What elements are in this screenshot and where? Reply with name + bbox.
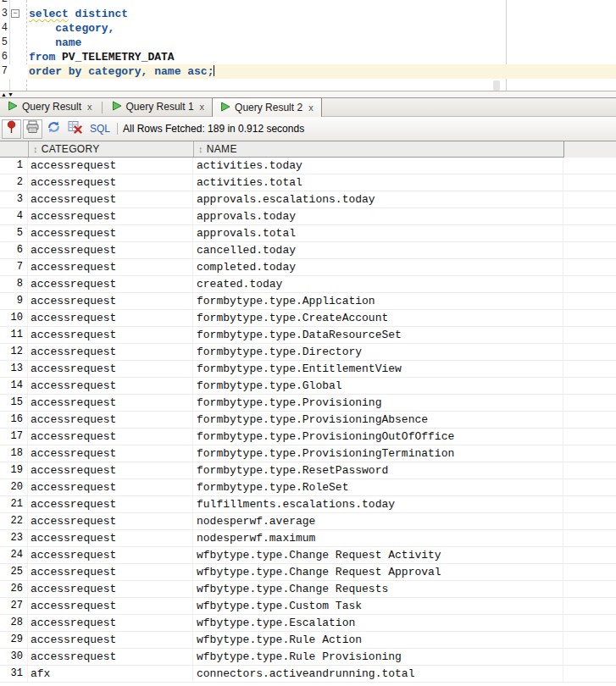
category-cell[interactable]: accessrequest: [28, 412, 193, 428]
code-line[interactable]: 7order by category, name asc;: [0, 64, 616, 79]
category-cell[interactable]: accessrequest: [28, 395, 193, 411]
table-row[interactable]: 22accessrequestnodesperwf.average: [0, 513, 616, 530]
table-row[interactable]: 14accessrequestformbytype.type.Global: [0, 378, 616, 395]
table-row[interactable]: 21accessrequestfulfillments.escalations.…: [0, 496, 616, 513]
category-cell[interactable]: accessrequest: [28, 327, 193, 343]
table-row[interactable]: 19accessrequestformbytype.type.ResetPass…: [0, 462, 616, 479]
name-cell[interactable]: formbytype.type.CreateAccount: [193, 310, 563, 326]
table-row[interactable]: 10accessrequestformbytype.type.CreateAcc…: [0, 310, 616, 327]
print-button[interactable]: [23, 119, 42, 139]
table-row[interactable]: 2accessrequestactivities.total: [0, 174, 616, 191]
close-icon[interactable]: x: [308, 103, 314, 112]
tab-query-result-2[interactable]: Query Result 2x: [212, 97, 322, 117]
name-cell[interactable]: activities.total: [193, 174, 563, 191]
name-cell[interactable]: wfbytype.type.Change Requests: [193, 581, 563, 597]
name-cell[interactable]: formbytype.type.ProvisioningOutOfOffice: [193, 429, 563, 445]
name-cell[interactable]: completed.today: [193, 259, 563, 275]
tab-query-result[interactable]: Query Resultx: [0, 97, 100, 116]
table-row[interactable]: 1accessrequestactivities.today: [0, 158, 616, 174]
collapse-up-icon[interactable]: ▲: [1, 91, 7, 97]
table-row[interactable]: 4accessrequestapprovals.today: [0, 208, 616, 225]
name-cell[interactable]: connectors.activeandrunning.total: [193, 666, 563, 682]
table-row[interactable]: 27accessrequestwfbytype.type.Custom Task: [0, 598, 616, 615]
table-row[interactable]: 31afxconnectors.activeandrunning.total: [0, 666, 616, 683]
table-row[interactable]: 25accessrequestwfbytype.type.Change Requ…: [0, 564, 616, 581]
category-cell[interactable]: accessrequest: [28, 649, 193, 665]
collapse-down-icon[interactable]: ▼: [8, 91, 14, 97]
category-cell[interactable]: accessrequest: [28, 344, 193, 360]
name-cell[interactable]: wfbytype.type.Rule Action: [193, 632, 563, 648]
table-row[interactable]: 26accessrequestwfbytype.type.Change Requ…: [0, 581, 616, 598]
sql-worksheet-link[interactable]: SQL: [90, 123, 110, 135]
splitter-grip[interactable]: [493, 80, 500, 91]
category-cell[interactable]: accessrequest: [28, 598, 193, 614]
name-cell[interactable]: created.today: [193, 276, 563, 292]
name-cell[interactable]: cancelled.today: [193, 242, 563, 258]
name-cell[interactable]: wfbytype.type.Rule Provisioning: [193, 649, 563, 665]
table-row[interactable]: 5accessrequestapprovals.total: [0, 225, 616, 242]
name-cell[interactable]: formbytype.type.RoleSet: [193, 479, 563, 495]
category-cell[interactable]: accessrequest: [28, 174, 193, 191]
name-cell[interactable]: wfbytype.type.Change Request Activity: [193, 547, 563, 563]
pin-button[interactable]: [2, 119, 21, 139]
name-cell[interactable]: nodesperwf.maximum: [193, 530, 563, 546]
category-cell[interactable]: accessrequest: [28, 632, 193, 648]
name-cell[interactable]: formbytype.type.Global: [193, 378, 563, 394]
table-row[interactable]: 28accessrequestwfbytype.type.Escalation: [0, 615, 616, 632]
code-line[interactable]: 2: [0, 0, 616, 7]
category-cell[interactable]: accessrequest: [28, 581, 193, 597]
category-cell[interactable]: accessrequest: [28, 530, 193, 546]
name-cell[interactable]: fulfillments.escalations.today: [193, 496, 563, 512]
code-line[interactable]: 5 name: [0, 36, 616, 50]
category-cell[interactable]: accessrequest: [28, 445, 193, 462]
name-cell[interactable]: formbytype.type.Provisioning: [193, 395, 563, 411]
name-cell[interactable]: formbytype.type.EntitlementView: [193, 361, 563, 377]
close-icon[interactable]: x: [87, 102, 92, 111]
code-line[interactable]: 3−select distinct: [0, 7, 616, 21]
category-cell[interactable]: accessrequest: [28, 547, 193, 563]
table-row[interactable]: 17accessrequestformbytype.type.Provision…: [0, 429, 616, 445]
table-row[interactable]: 20accessrequestformbytype.type.RoleSet: [0, 479, 616, 496]
name-cell[interactable]: formbytype.type.Application: [193, 293, 563, 309]
column-header-category[interactable]: ↕ CATEGORY: [28, 141, 193, 157]
name-cell[interactable]: formbytype.type.ProvisioningAbsence: [193, 412, 563, 428]
category-cell[interactable]: accessrequest: [28, 225, 193, 241]
name-cell[interactable]: formbytype.type.Directory: [193, 344, 563, 360]
category-cell[interactable]: accessrequest: [28, 293, 193, 309]
category-cell[interactable]: accessrequest: [28, 158, 193, 174]
sql-editor[interactable]: 23−select distinct4 category,5 name6from…: [0, 0, 616, 91]
name-cell[interactable]: approvals.escalations.today: [193, 191, 563, 207]
table-row[interactable]: 18accessrequestformbytype.type.Provision…: [0, 445, 616, 462]
tab-query-result-1[interactable]: Query Result 1x: [104, 97, 213, 116]
table-row[interactable]: 24accessrequestwfbytype.type.Change Requ…: [0, 547, 616, 564]
category-cell[interactable]: accessrequest: [28, 564, 193, 580]
category-cell[interactable]: accessrequest: [28, 361, 193, 377]
code-line[interactable]: 6from PV_TELEMETRY_DATA: [0, 50, 616, 64]
category-cell[interactable]: accessrequest: [28, 208, 193, 224]
name-cell[interactable]: wfbytype.type.Custom Task: [193, 598, 563, 614]
table-row[interactable]: 12accessrequestformbytype.type.Directory: [0, 344, 616, 361]
close-icon[interactable]: x: [200, 102, 205, 111]
refresh-button[interactable]: [44, 119, 64, 139]
table-row[interactable]: 23accessrequestnodesperwf.maximum: [0, 530, 616, 547]
editor-results-splitter[interactable]: ▲ ▼: [0, 91, 616, 97]
column-header-name[interactable]: ↕ NAME: [193, 141, 563, 157]
category-cell[interactable]: accessrequest: [28, 615, 193, 631]
category-cell[interactable]: accessrequest: [28, 191, 193, 207]
code-line[interactable]: 4 category,: [0, 21, 616, 36]
clear-results-button[interactable]: [65, 119, 85, 139]
category-cell[interactable]: accessrequest: [28, 479, 193, 495]
category-cell[interactable]: accessrequest: [28, 310, 193, 326]
name-cell[interactable]: activities.today: [193, 158, 563, 174]
table-row[interactable]: 9accessrequestformbytype.type.Applicatio…: [0, 293, 616, 310]
table-row[interactable]: 3accessrequestapprovals.escalations.toda…: [0, 191, 616, 208]
category-cell[interactable]: accessrequest: [28, 276, 193, 292]
table-row[interactable]: 11accessrequestformbytype.type.DataResou…: [0, 327, 616, 344]
name-cell[interactable]: wfbytype.type.Change Request Approval: [193, 564, 563, 580]
name-cell[interactable]: formbytype.type.ProvisioningTermination: [193, 445, 563, 462]
category-cell[interactable]: accessrequest: [28, 429, 193, 445]
table-row[interactable]: 6accessrequestcancelled.today: [0, 242, 616, 259]
table-row[interactable]: 15accessrequestformbytype.type.Provision…: [0, 395, 616, 412]
name-cell[interactable]: formbytype.type.DataResourceSet: [193, 327, 563, 343]
table-row[interactable]: 8accessrequestcreated.today: [0, 276, 616, 293]
